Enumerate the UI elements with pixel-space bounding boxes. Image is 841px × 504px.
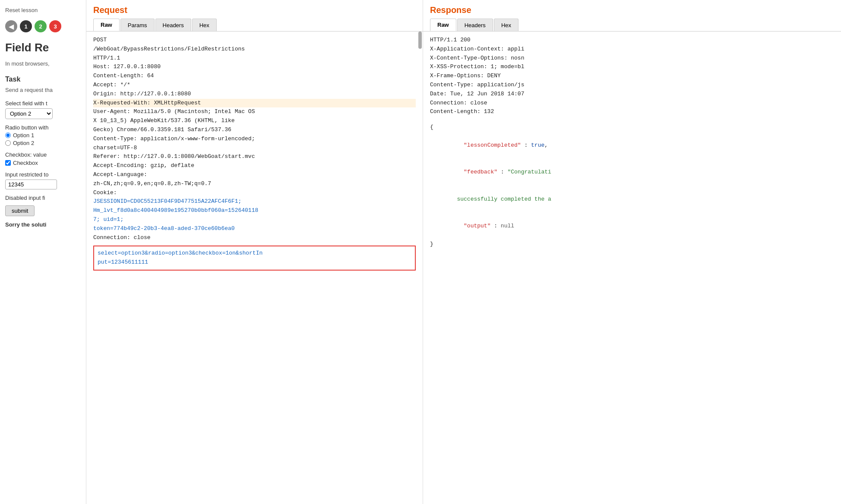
req-line-cookie-3: 7; uid=1; [93, 215, 416, 224]
checkbox-item-label: Checkbox [13, 160, 38, 166]
res-json-feedback: "feedback" : "Congratulati [430, 159, 834, 186]
req-line-5: Content-Length: 64 [93, 72, 416, 81]
input-label: Input restricted to [5, 171, 81, 178]
request-tab-params[interactable]: Params [120, 19, 155, 31]
checkbox-group: Checkbox: value Checkbox [5, 151, 81, 166]
request-tab-bar: Raw Params Headers Hex [86, 19, 423, 32]
response-body: HTTP/1.1 200 X-Application-Context: appl… [423, 32, 841, 504]
req-line-14: Referer: http://127.0.0.1:8080/WebGoat/s… [93, 152, 416, 161]
request-panel: Request Raw Params Headers Hex POST /Web… [86, 0, 423, 504]
req-line-18: Cookie: [93, 189, 416, 198]
req-line-6: Accept: */* [93, 81, 416, 90]
req-line-connection: Connection: close [93, 233, 416, 243]
req-line-3: HTTP/1.1 [93, 54, 416, 63]
main-container: Reset lesson ◀ 1 2 3 Field Re In most br… [0, 0, 841, 504]
res-line-7: Date: Tue, 12 Jun 2018 14:07 [430, 90, 834, 99]
checkbox-input[interactable] [5, 160, 11, 166]
response-tab-headers[interactable]: Headers [457, 19, 493, 31]
response-tab-bar: Raw Headers Hex [423, 19, 841, 32]
res-json-close: } [430, 240, 834, 249]
res-json-feedback-2: successfully completed the a [430, 186, 834, 213]
res-line-5: X-Frame-Options: DENY [430, 72, 834, 81]
radio-group: Radio button with Option 1 Option 2 [5, 124, 81, 146]
radio-input-1[interactable] [5, 132, 11, 138]
request-tab-hex[interactable]: Hex [192, 19, 217, 31]
task-description: Send a request tha [5, 87, 81, 93]
select-field[interactable]: Option 1 Option 2 Option 3 [5, 108, 53, 119]
request-body: POST /WebGoat/BypassRestrictions/FieldRe… [86, 32, 423, 504]
page-description: In most browsers, [5, 60, 81, 67]
select-group: Select field with t Option 1 Option 2 Op… [5, 100, 81, 119]
req-line-8: X-Requested-With: XMLHttpRequest [93, 99, 416, 108]
submit-button[interactable]: submit [5, 205, 35, 216]
res-line-4: X-XSS-Protection: 1; mode=bl [430, 63, 834, 72]
disabled-group: Disabled input fi submit [5, 195, 81, 216]
req-line-cookie-2: Hm_lvt_f8d0a8c400404989e195270b0bbf060a=… [93, 206, 416, 215]
req-line-13: charset=UTF-8 [93, 144, 416, 153]
req-line-9: User-Agent: Mozilla/5.0 (Macintosh; Inte… [93, 107, 416, 117]
req-line-2: /WebGoat/BypassRestrictions/FieldRestric… [93, 45, 416, 54]
req-line-7: Origin: http://127.0.0.1:8080 [93, 90, 416, 99]
disabled-label: Disabled input fi [5, 195, 81, 201]
task-label: Task [5, 76, 81, 83]
req-line-16: Accept-Language: [93, 170, 416, 180]
radio-option-1-label: Option 1 [13, 132, 34, 139]
nav-row: ◀ 1 2 3 [5, 20, 81, 32]
radio-option-1[interactable]: Option 1 [5, 132, 81, 139]
response-tab-hex[interactable]: Hex [494, 19, 519, 31]
res-line-3: X-Content-Type-Options: nosn [430, 54, 834, 63]
request-panel-title: Request [86, 0, 423, 19]
sorry-text: Sorry the soluti [5, 221, 81, 228]
short-input[interactable] [5, 180, 57, 189]
checkbox-label-text: Checkbox: value [5, 151, 81, 158]
req-line-11: Gecko) Chrome/66.0.3359.181 Safari/537.3… [93, 126, 416, 135]
nav-circle-3[interactable]: 3 [49, 20, 61, 32]
input-group: Input restricted to [5, 171, 81, 189]
nav-back-arrow[interactable]: ◀ [5, 20, 17, 32]
request-tab-raw[interactable]: Raw [93, 19, 120, 31]
res-line-2: X-Application-Context: appli [430, 45, 834, 54]
response-tab-raw[interactable]: Raw [430, 19, 456, 31]
res-json-open: { [430, 123, 834, 132]
scrollbar[interactable] [418, 32, 422, 49]
page-title: Field Re [5, 41, 81, 54]
response-panel-title: Response [423, 0, 841, 19]
radio-option-2[interactable]: Option 2 [5, 140, 81, 146]
radio-option-2-label: Option 2 [13, 140, 34, 146]
response-panel: Response Raw Headers Hex HTTP/1.1 200 X-… [423, 0, 841, 504]
res-line-6: Content-Type: application/js [430, 81, 834, 90]
req-line-cookie-4: token=774b49c2-20b3-4ea8-aded-370ce60b6e… [93, 224, 416, 233]
nav-circle-1[interactable]: 1 [20, 20, 32, 32]
res-json-lesson: "lessonCompleted" : true, [430, 132, 834, 159]
req-line-cookie-1: JSESSIONID=CD0C55213F04F9D477515A22AFC4F… [93, 197, 416, 206]
res-json-output: "output" : null [430, 213, 834, 239]
reset-lesson-link[interactable]: Reset lesson [5, 7, 81, 13]
checkbox-item[interactable]: Checkbox [5, 160, 81, 166]
req-line-10: X 10_13_5) AppleWebKit/537.36 (KHTML, li… [93, 117, 416, 126]
res-line-1: HTTP/1.1 200 [430, 36, 834, 45]
request-tab-headers[interactable]: Headers [155, 19, 191, 31]
req-line-12: Content-Type: application/x-www-form-url… [93, 135, 416, 144]
res-line-8: Connection: close [430, 99, 834, 108]
res-line-9: Content-Length: 132 [430, 107, 834, 117]
select-label: Select field with t [5, 100, 81, 107]
req-line-17: zh-CN,zh;q=0.9,en;q=0.8,zh-TW;q=0.7 [93, 180, 416, 189]
req-line-15: Accept-Encoding: gzip, deflate [93, 161, 416, 170]
req-line-4: Host: 127.0.0.1:8080 [93, 63, 416, 72]
nav-circle-2[interactable]: 2 [35, 20, 47, 32]
radio-input-2[interactable] [5, 140, 11, 146]
post-data-box: select=option3&radio=option3&checkbox=1o… [93, 246, 416, 271]
req-line-1: POST [93, 36, 416, 45]
left-panel: Reset lesson ◀ 1 2 3 Field Re In most br… [0, 0, 86, 504]
radio-label: Radio button with [5, 124, 81, 131]
